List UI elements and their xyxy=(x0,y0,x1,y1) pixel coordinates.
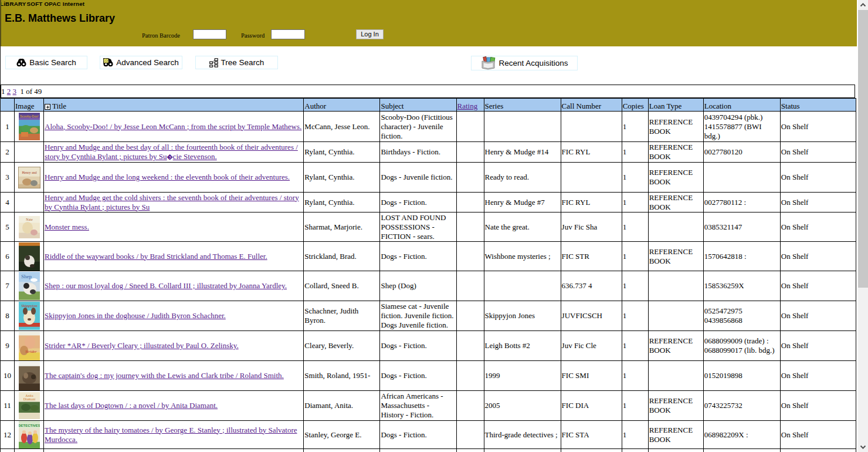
svg-text:Henry and: Henry and xyxy=(22,171,36,174)
svg-text:Nate: Nate xyxy=(26,218,33,221)
svg-text:Strider: Strider xyxy=(25,349,37,354)
svg-text:Scooby-Doo!: Scooby-Doo! xyxy=(20,114,39,118)
svg-text:Shep: Shep xyxy=(21,274,32,279)
svg-text:Diamant: Diamant xyxy=(23,397,35,401)
svg-text:DETECTIVES: DETECTIVES xyxy=(19,424,40,427)
svg-text:Skippyjon: Skippyjon xyxy=(21,303,38,308)
